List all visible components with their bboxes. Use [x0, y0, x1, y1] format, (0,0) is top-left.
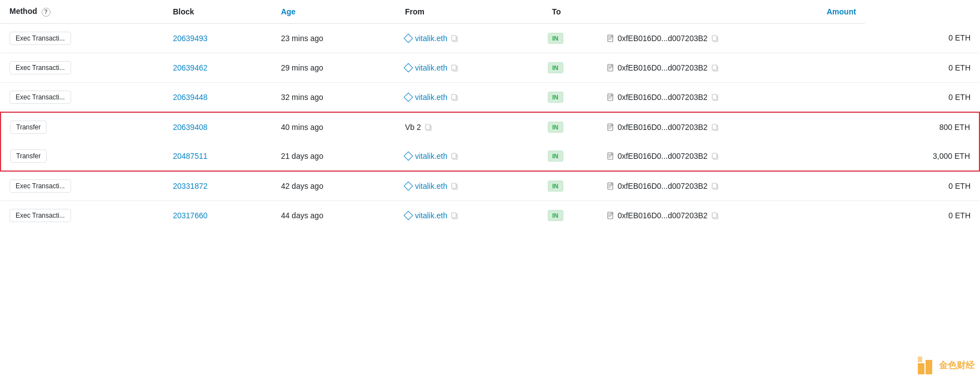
- age-text: 40 mins ago: [281, 123, 323, 132]
- method-button[interactable]: Exec Transacti...: [9, 209, 71, 222]
- to-header: To: [543, 0, 598, 23]
- to-address-link[interactable]: 0xfEB016D0...d007203B2: [618, 93, 708, 102]
- amount-cell: 0 ETH: [865, 82, 979, 112]
- block-cell: 20639462: [164, 53, 272, 82]
- transactions-table: Method ? Block Age From To Amount Exec T…: [0, 0, 980, 230]
- method-header: Method ?: [1, 0, 164, 23]
- amount-cell: 3,000 ETH: [865, 142, 979, 171]
- age-text: 29 mins ago: [281, 63, 323, 72]
- svg-rect-14: [712, 94, 717, 99]
- direction-cell: IN: [543, 171, 598, 201]
- copy-icon[interactable]: [711, 34, 719, 42]
- from-address-link[interactable]: vitalik.eth: [415, 152, 447, 161]
- from-header: From: [396, 0, 543, 23]
- svg-rect-29: [712, 183, 717, 188]
- age-text: 42 days ago: [281, 182, 323, 190]
- in-badge: IN: [548, 181, 563, 192]
- from-address-link[interactable]: Vb 2: [405, 123, 421, 132]
- method-cell: Transfer: [1, 112, 164, 142]
- block-link[interactable]: 20331872: [173, 182, 207, 190]
- block-link[interactable]: 20487511: [173, 152, 207, 161]
- copy-icon[interactable]: [711, 93, 719, 101]
- age-text: 21 days ago: [281, 152, 323, 161]
- copy-icon[interactable]: [711, 123, 719, 131]
- copy-icon[interactable]: [451, 93, 458, 101]
- copy-icon[interactable]: [711, 212, 719, 219]
- age-header: Age: [272, 0, 396, 23]
- svg-rect-1: [452, 36, 456, 41]
- age-cell: 23 mins ago: [272, 23, 396, 53]
- to-cell: 0xfEB016D0...d007203B2: [598, 200, 865, 230]
- method-cell: Transfer: [1, 142, 164, 171]
- method-button[interactable]: Exec Transacti...: [9, 179, 71, 193]
- to-address-link[interactable]: 0xfEB016D0...d007203B2: [618, 211, 708, 220]
- in-badge: IN: [548, 92, 563, 103]
- file-icon: [607, 182, 614, 190]
- copy-icon[interactable]: [451, 212, 458, 219]
- direction-cell: IN: [543, 112, 598, 142]
- direction-cell: IN: [543, 82, 598, 112]
- from-cell: Vb 2: [396, 112, 543, 142]
- block-link[interactable]: 20639493: [173, 34, 207, 43]
- copy-icon[interactable]: [711, 64, 719, 72]
- block-link[interactable]: 20639408: [173, 123, 207, 132]
- method-cell: Exec Transacti...: [1, 53, 164, 82]
- to-cell: 0xfEB016D0...d007203B2: [598, 171, 865, 201]
- copy-icon[interactable]: [711, 182, 719, 190]
- from-address-link[interactable]: vitalik.eth: [415, 63, 447, 72]
- in-badge: IN: [548, 210, 563, 221]
- direction-cell: IN: [543, 53, 598, 82]
- svg-rect-11: [452, 94, 456, 99]
- svg-rect-4: [712, 36, 717, 41]
- block-header: Block: [164, 0, 272, 23]
- svg-rect-6: [452, 65, 456, 70]
- copy-icon[interactable]: [711, 152, 719, 160]
- copy-icon[interactable]: [451, 152, 458, 160]
- direction-cell: IN: [543, 23, 598, 53]
- amount-cell: 0 ETH: [865, 53, 979, 82]
- amount-cell: 0 ETH: [865, 23, 979, 53]
- file-icon: [607, 152, 614, 160]
- block-link[interactable]: 20317660: [173, 211, 207, 220]
- from-address-link[interactable]: vitalik.eth: [415, 34, 447, 43]
- direction-cell: IN: [543, 142, 598, 171]
- block-link[interactable]: 20639448: [173, 93, 207, 102]
- copy-icon[interactable]: [451, 64, 458, 72]
- file-icon: [607, 64, 614, 72]
- method-button[interactable]: Exec Transacti...: [9, 32, 71, 45]
- amount-header: Amount: [598, 0, 865, 23]
- age-cell: 21 days ago: [272, 142, 396, 171]
- age-text: 44 days ago: [281, 211, 323, 220]
- svg-rect-34: [712, 213, 717, 218]
- method-button[interactable]: Transfer: [10, 149, 47, 163]
- method-button[interactable]: Exec Transacti...: [9, 61, 71, 74]
- amount-value: 3,000 ETH: [933, 152, 970, 161]
- method-help-icon[interactable]: ?: [42, 8, 51, 17]
- to-address-link[interactable]: 0xfEB016D0...d007203B2: [618, 182, 708, 190]
- from-cell: vitalik.eth: [396, 200, 543, 230]
- svg-rect-21: [452, 153, 456, 158]
- copy-icon[interactable]: [424, 123, 432, 131]
- copy-icon[interactable]: [451, 34, 458, 42]
- table-row: Exec Transacti...2063946229 mins ago vit…: [1, 53, 979, 82]
- from-address-link[interactable]: vitalik.eth: [415, 211, 447, 220]
- from-address-link[interactable]: vitalik.eth: [415, 93, 447, 102]
- method-button[interactable]: Transfer: [10, 121, 47, 134]
- to-address-link[interactable]: 0xfEB016D0...d007203B2: [618, 152, 708, 161]
- amount-value: 800 ETH: [939, 123, 970, 132]
- block-cell: 20487511: [164, 142, 272, 171]
- age-cell: 44 days ago: [272, 200, 396, 230]
- from-address-link[interactable]: vitalik.eth: [415, 182, 447, 190]
- to-address-link[interactable]: 0xfEB016D0...d007203B2: [618, 123, 708, 132]
- to-address-link[interactable]: 0xfEB016D0...d007203B2: [618, 34, 708, 43]
- in-badge: IN: [548, 33, 563, 44]
- table-row: Exec Transacti...2033187242 days ago vit…: [1, 171, 979, 201]
- age-cell: 29 mins ago: [272, 53, 396, 82]
- table-row: Exec Transacti...2063949323 mins ago vit…: [1, 23, 979, 53]
- to-address-link[interactable]: 0xfEB016D0...d007203B2: [618, 63, 708, 72]
- copy-icon[interactable]: [451, 182, 458, 190]
- method-button[interactable]: Exec Transacti...: [9, 91, 71, 104]
- block-link[interactable]: 20639462: [173, 63, 207, 72]
- svg-rect-9: [712, 65, 717, 70]
- amount-value: 0 ETH: [948, 211, 971, 220]
